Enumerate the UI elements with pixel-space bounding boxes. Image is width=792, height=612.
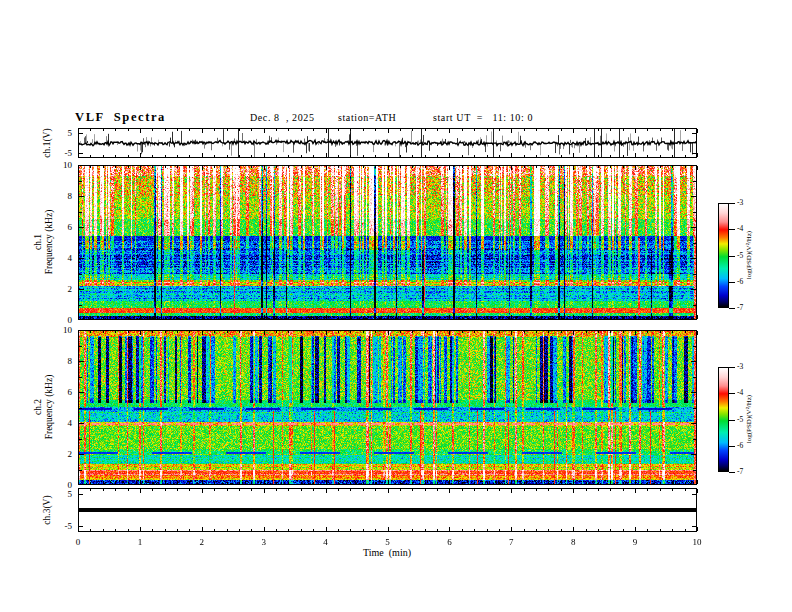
x-minor-tick — [276, 331, 277, 333]
x-minor-tick — [672, 155, 673, 157]
x-minor-tick — [177, 166, 178, 168]
x-minor-tick — [264, 153, 265, 157]
x-minor-tick — [647, 331, 648, 333]
x-minor-tick — [227, 155, 228, 157]
x-minor-tick — [561, 129, 562, 131]
x-minor-tick — [623, 166, 624, 168]
x-minor-tick — [276, 489, 277, 491]
x-minor-tick — [103, 331, 104, 333]
ch1-spec-channel-label: ch.1 — [33, 210, 44, 275]
x-minor-tick — [499, 482, 500, 484]
x-minor-tick — [152, 529, 153, 531]
x-minor-tick — [672, 166, 673, 168]
x-minor-tick — [227, 166, 228, 168]
x-minor-tick — [313, 482, 314, 484]
x-minor-tick — [685, 489, 686, 491]
x-minor-tick — [623, 482, 624, 484]
freq-tick — [693, 305, 696, 306]
x-minor-tick — [375, 129, 376, 131]
x-tick-label: 2 — [200, 537, 205, 547]
x-minor-tick — [474, 489, 475, 491]
freq-tick — [691, 361, 696, 362]
x-minor-tick — [301, 155, 302, 157]
x-minor-tick — [548, 155, 549, 157]
x-minor-tick — [189, 489, 190, 491]
spec2-freq-label: 4 — [48, 419, 72, 428]
x-minor-tick — [165, 129, 166, 131]
x-minor-tick — [437, 529, 438, 531]
freq-tick — [691, 227, 696, 228]
x-minor-tick — [672, 482, 673, 484]
x-minor-tick — [474, 331, 475, 333]
x-minor-tick — [152, 166, 153, 168]
freq-tick — [693, 243, 696, 244]
x-minor-tick — [660, 482, 661, 484]
x-minor-tick — [202, 527, 203, 531]
x-minor-tick — [598, 331, 599, 333]
x-minor-tick — [586, 489, 587, 491]
x-minor-tick — [264, 527, 265, 531]
x-minor-tick — [239, 489, 240, 491]
x-minor-tick — [412, 529, 413, 531]
x-minor-tick — [487, 489, 488, 491]
x-minor-tick — [214, 529, 215, 531]
x-minor-tick — [227, 129, 228, 131]
x-minor-tick — [425, 489, 426, 491]
x-minor-tick — [338, 317, 339, 319]
x-minor-tick — [177, 155, 178, 157]
x-minor-tick — [462, 529, 463, 531]
x-minor-tick — [425, 129, 426, 131]
colorbar-2-tick — [729, 367, 735, 368]
x-minor-tick — [449, 489, 450, 493]
x-minor-tick — [264, 331, 265, 335]
x-minor-tick — [536, 482, 537, 484]
x-minor-tick — [487, 317, 488, 319]
x-minor-tick — [90, 166, 91, 168]
x-minor-tick — [474, 129, 475, 131]
x-minor-tick — [103, 166, 104, 168]
freq-tick — [79, 361, 84, 362]
x-minor-tick — [251, 129, 252, 131]
x-minor-tick — [573, 129, 574, 133]
volt-tick — [692, 526, 696, 527]
spec2-freq-label: 10 — [48, 326, 72, 335]
x-minor-tick — [326, 527, 327, 531]
x-minor-tick — [189, 529, 190, 531]
x-minor-tick — [561, 482, 562, 484]
x-minor-tick — [536, 155, 537, 157]
x-minor-tick — [338, 482, 339, 484]
x-minor-tick — [103, 129, 104, 131]
x-minor-tick — [338, 155, 339, 157]
x-minor-tick — [425, 166, 426, 168]
x-minor-tick — [425, 482, 426, 484]
ch3-ytick-label: 5 — [48, 490, 72, 499]
freq-tick — [79, 346, 82, 347]
ch2-spec-ylabel: ch.2 Frequency (kHz) — [33, 375, 55, 440]
x-minor-tick — [363, 529, 364, 531]
x-minor-tick — [610, 155, 611, 157]
freq-tick — [693, 439, 696, 440]
x-minor-tick — [647, 482, 648, 484]
x-minor-tick — [462, 489, 463, 491]
ch2-spec-channel-label: ch.2 — [33, 375, 44, 440]
x-minor-tick — [313, 529, 314, 531]
x-minor-tick — [400, 166, 401, 168]
x-minor-tick — [140, 166, 141, 170]
x-minor-tick — [288, 529, 289, 531]
x-minor-tick — [128, 129, 129, 131]
x-minor-tick — [202, 129, 203, 133]
x-minor-tick — [326, 331, 327, 335]
colorbar-2-tick-label: -4 — [737, 389, 743, 397]
x-minor-tick — [548, 317, 549, 319]
x-minor-tick — [128, 331, 129, 333]
x-minor-tick — [202, 331, 203, 335]
x-minor-tick — [610, 331, 611, 333]
x-minor-tick — [264, 166, 265, 170]
volt-tick — [79, 494, 83, 495]
x-minor-tick — [425, 317, 426, 319]
x-minor-tick — [214, 129, 215, 131]
x-minor-tick — [660, 529, 661, 531]
x-minor-tick — [400, 489, 401, 491]
spec1-freq-label: 10 — [48, 161, 72, 170]
x-minor-tick — [548, 129, 549, 131]
